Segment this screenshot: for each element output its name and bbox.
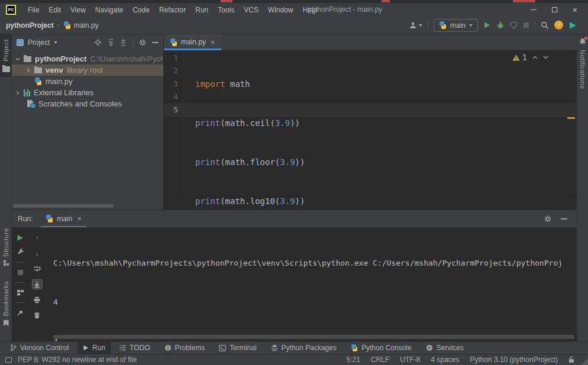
stop-button[interactable] xyxy=(17,269,24,276)
menu-file[interactable]: File xyxy=(23,5,44,15)
hide-panel-icon[interactable] xyxy=(561,218,567,219)
close-tab-icon[interactable]: × xyxy=(211,38,215,47)
pycharm-logo-icon: PC xyxy=(6,5,16,15)
collapse-all-icon[interactable] xyxy=(120,39,127,46)
lock-icon[interactable] xyxy=(568,356,574,363)
chevron-expanded-icon[interactable] xyxy=(15,57,20,62)
run-with-coverage-button[interactable] xyxy=(510,21,518,29)
minimize-icon[interactable] xyxy=(531,9,537,10)
tool-button-todo[interactable]: TODO xyxy=(114,342,155,354)
tool-button-project[interactable]: Project xyxy=(0,34,12,77)
editor-body[interactable]: 1 2 3 4 5 import math print(math.ceil(3.… xyxy=(164,50,577,209)
clear-console-trash-icon[interactable] xyxy=(32,310,43,320)
soft-wrap-icon[interactable] xyxy=(32,264,43,274)
close-window-icon[interactable]: × xyxy=(573,7,577,13)
tool-button-run[interactable]: Run xyxy=(77,342,111,354)
pycharm-window: PC File Edit View Navigate Code Refactor… xyxy=(0,0,588,365)
debug-button[interactable] xyxy=(496,21,505,29)
next-warning-icon[interactable] xyxy=(543,56,548,59)
toolbar-divider xyxy=(535,21,535,30)
toolbar-divider xyxy=(16,302,25,303)
run-tab-label: main xyxy=(57,215,72,223)
tree-label: venv xyxy=(46,66,63,75)
run-tab-main[interactable]: main × xyxy=(41,210,86,227)
tool-button-bookmarks[interactable]: Bookmarks xyxy=(0,281,12,327)
resize-grip[interactable] xyxy=(581,358,588,365)
tool-button-structure[interactable]: Structure xyxy=(0,228,12,266)
tool-button-problems[interactable]: Problems xyxy=(159,342,211,354)
tool-button-services[interactable]: Services xyxy=(421,342,469,354)
services-icon xyxy=(426,344,433,351)
tool-button-version-control[interactable]: Version Control xyxy=(5,342,74,354)
notifications-bell-icon[interactable] xyxy=(579,38,586,45)
code-with-me-users-icon[interactable] xyxy=(409,22,422,29)
status-message[interactable]: PEP 8: W292 no newline at end of file xyxy=(18,356,137,364)
todo-list-icon xyxy=(119,345,126,351)
tool-button-terminal[interactable]: Terminal xyxy=(214,342,261,354)
notifications-stripe-label[interactable]: Notifications xyxy=(579,50,586,89)
tool-button-python-console[interactable]: Python Console xyxy=(345,342,417,354)
project-panel-title[interactable]: Project xyxy=(28,38,50,47)
indent-style[interactable]: 4 spaces xyxy=(431,356,459,364)
learn-ide-features-icon[interactable] xyxy=(568,21,577,30)
menu-run[interactable]: Run xyxy=(190,5,213,15)
file-encoding[interactable]: UTF-8 xyxy=(400,356,420,364)
menu-code[interactable]: Code xyxy=(128,5,154,15)
maximize-icon[interactable] xyxy=(552,7,557,12)
up-stack-trace-icon[interactable]: ↑ xyxy=(32,233,43,243)
select-opened-file-icon[interactable] xyxy=(94,38,102,46)
scrollbar-warning-mark[interactable] xyxy=(567,117,575,119)
rerun-button[interactable] xyxy=(17,234,24,241)
breadcrumb-file[interactable]: main.py xyxy=(74,21,99,30)
close-tab-icon[interactable]: × xyxy=(77,214,82,223)
menu-window[interactable]: Window xyxy=(263,5,298,15)
tree-row-external-libraries[interactable]: External Libraries xyxy=(12,87,163,98)
play-icon xyxy=(83,345,89,351)
tree-row-main-py[interactable]: main.py xyxy=(12,76,163,87)
header-divider xyxy=(133,38,133,46)
settings-gear-icon[interactable] xyxy=(544,215,551,222)
tree-row-scratches[interactable]: Scratches and Consoles xyxy=(12,98,163,109)
settings-gear-icon[interactable] xyxy=(139,39,146,46)
interpreter[interactable]: Python 3.10 (pythonProject) xyxy=(470,356,558,364)
menu-tools[interactable]: Tools xyxy=(213,5,239,15)
line-number: 4 xyxy=(164,91,178,104)
stop-button[interactable] xyxy=(523,22,529,28)
tab-main-py[interactable]: main.py × xyxy=(164,34,221,50)
run-configuration-select[interactable]: main xyxy=(434,19,478,32)
horizontal-scrollbar[interactable] xyxy=(13,204,114,208)
line-separator[interactable]: CRLF xyxy=(371,356,389,364)
menu-view[interactable]: View xyxy=(66,5,91,15)
edit-configuration-wrench-icon[interactable] xyxy=(17,248,24,256)
menu-vcs[interactable]: VCS xyxy=(239,5,263,15)
scroll-to-end-icon[interactable] xyxy=(32,279,43,289)
tool-window-layout-icon[interactable] xyxy=(5,357,12,363)
menu-refactor[interactable]: Refactor xyxy=(154,5,190,15)
pin-tab-icon[interactable] xyxy=(17,309,24,316)
tree-row-venv[interactable]: venv library root xyxy=(12,64,163,76)
print-icon[interactable] xyxy=(32,295,43,305)
chevron-collapsed-icon[interactable] xyxy=(15,91,20,95)
run-button[interactable] xyxy=(483,21,491,29)
editor-area: main.py × 1 2 3 4 5 import math print(ma… xyxy=(164,34,577,209)
restore-layout-icon[interactable] xyxy=(17,289,24,296)
warning-count: 1 xyxy=(522,53,527,62)
tool-button-python-packages[interactable]: Python Packages xyxy=(266,342,342,354)
prev-warning-icon[interactable] xyxy=(532,56,538,59)
horizontal-scrollbar[interactable] xyxy=(53,335,574,339)
search-everywhere-icon[interactable] xyxy=(541,21,549,30)
tree-row-python-project[interactable]: pythonProject C:\Users\mshah\Pycharm xyxy=(12,53,163,64)
menu-edit[interactable]: Edit xyxy=(44,5,66,15)
breadcrumb-project[interactable]: pythonProject xyxy=(6,21,54,30)
hide-panel-icon[interactable] xyxy=(152,42,159,43)
menu-navigate[interactable]: Navigate xyxy=(91,5,128,15)
down-stack-trace-icon[interactable]: ↓ xyxy=(32,248,43,259)
console-line: C:\Users\mshah\PycharmProjects\pythonPro… xyxy=(53,257,577,270)
chevron-collapsed-icon[interactable] xyxy=(26,68,31,73)
chevron-down-icon[interactable] xyxy=(54,41,57,44)
expand-all-icon[interactable] xyxy=(108,39,114,46)
caret-position[interactable]: 5:21 xyxy=(347,356,360,364)
code-content[interactable]: import math print(math.ceil(3.9)) print(… xyxy=(195,51,305,209)
update-available-icon[interactable]: ↑ xyxy=(554,21,563,30)
inspections-widget[interactable]: 1 xyxy=(512,53,548,62)
